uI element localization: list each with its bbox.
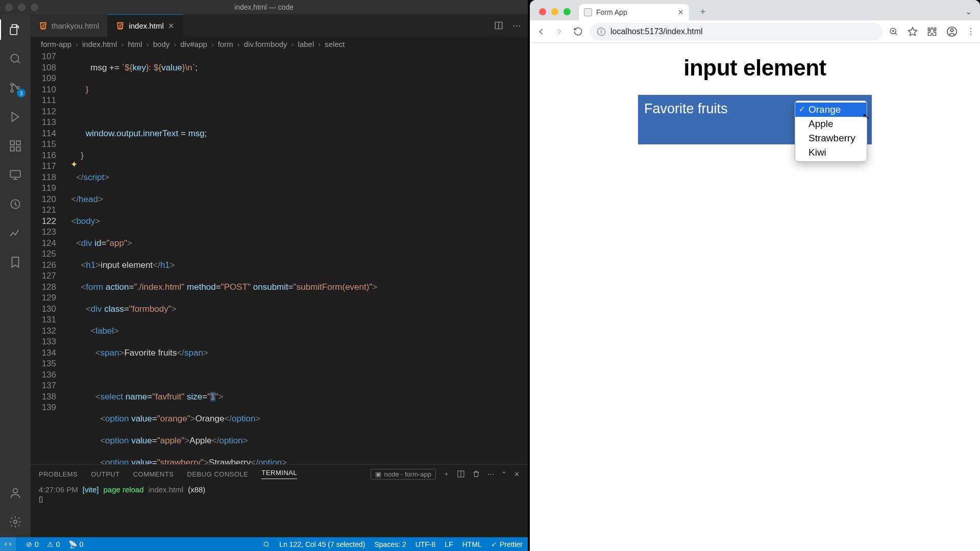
minimize-dot-icon[interactable] [18, 4, 26, 11]
address-bar[interactable]: i localhost:5173/index.html [590, 23, 883, 40]
explorer-icon[interactable] [7, 21, 23, 38]
accounts-icon[interactable] [7, 485, 23, 501]
new-terminal-icon[interactable]: ＋ [443, 469, 450, 479]
activity-bar: 3 [0, 14, 31, 537]
status-prettier[interactable]: ✓ Prettier [491, 540, 523, 548]
breadcrumb-item[interactable]: div.formbody [244, 40, 287, 48]
breadcrumb-item[interactable]: div#app [180, 40, 207, 48]
split-terminal-icon[interactable] [457, 470, 465, 478]
compare-icon[interactable] [494, 21, 503, 30]
settings-gear-icon[interactable] [7, 514, 23, 530]
breadcrumb-item[interactable]: form-app [41, 40, 71, 48]
profile-avatar-icon[interactable] [946, 26, 958, 37]
panel-tab-output[interactable]: OUTPUT [91, 470, 119, 478]
more-icon[interactable]: ⋯ [487, 470, 494, 478]
maximize-panel-icon[interactable]: ⌃ [501, 470, 507, 478]
status-spaces[interactable]: Spaces: 2 [374, 540, 406, 548]
form-label: Favorite fruits [644, 101, 728, 116]
breadcrumb-item[interactable]: form [218, 40, 233, 48]
remote-icon[interactable] [7, 167, 23, 183]
close-panel-icon[interactable]: ✕ [514, 470, 520, 478]
status-encoding[interactable]: UTF-8 [415, 540, 436, 548]
form-body: Favorite fruits Orange Apple Strawberry … [638, 95, 872, 144]
status-warnings[interactable]: ⚠ 0 [47, 540, 60, 548]
code-editor[interactable]: ✦ 10710810911011111211311411511611711811… [31, 51, 528, 464]
site-info-icon[interactable]: i [597, 28, 605, 36]
vscode-traffic-lights[interactable] [5, 4, 38, 11]
more-icon[interactable]: ⋯ [512, 21, 521, 31]
svg-point-15 [264, 542, 268, 546]
source-control-icon[interactable]: 3 [7, 80, 23, 96]
close-icon[interactable]: ✕ [678, 8, 684, 16]
back-button[interactable] [535, 26, 547, 38]
dropdown-option-orange[interactable]: Orange [795, 103, 867, 117]
close-icon[interactable]: ✕ [168, 21, 175, 31]
html-file-icon [116, 21, 125, 30]
svg-point-18 [950, 29, 953, 32]
dropdown-option-apple[interactable]: Apple [795, 117, 867, 131]
svg-point-2 [11, 83, 13, 86]
breadcrumb-item[interactable]: index.html [82, 40, 117, 48]
tab-thankyou[interactable]: thankyou.html [31, 14, 108, 37]
line-gutter: 1071081091101111121131141151161171181191… [31, 51, 66, 464]
status-ports[interactable]: 📡 0 [68, 540, 84, 548]
bookmark-star-icon[interactable] [908, 27, 918, 37]
close-dot-icon[interactable] [539, 8, 546, 15]
maximize-dot-icon[interactable] [31, 4, 38, 11]
panel-tab-problems[interactable]: PROBLEMS [39, 470, 78, 478]
code-content[interactable]: msg += `${key}: ${value}\n`; } window.ou… [66, 51, 528, 464]
favicon-icon [584, 8, 592, 16]
bookmark-icon[interactable] [7, 254, 23, 270]
forward-button[interactable] [553, 26, 566, 38]
extensions-puzzle-icon[interactable] [927, 27, 937, 37]
scm-badge: 3 [17, 89, 26, 97]
breadcrumb-item[interactable]: label [298, 40, 314, 48]
svg-point-4 [17, 87, 19, 89]
graph-icon[interactable] [7, 225, 23, 241]
chrome-top: Form App ✕ ＋ ⌄ i localhost:5173/index.ht… [530, 0, 980, 43]
browser-tab[interactable]: Form App ✕ [579, 4, 689, 20]
reload-button[interactable] [572, 26, 584, 38]
status-language[interactable]: HTML [462, 540, 482, 548]
page-heading: input element [540, 55, 970, 81]
terminal-cursor: ▯ [39, 494, 520, 504]
trash-icon[interactable] [472, 470, 480, 478]
search-icon[interactable] [7, 51, 23, 67]
zoom-icon[interactable] [889, 27, 898, 36]
select-dropdown[interactable]: Orange Apple Strawberry Kiwi ↖ [795, 101, 867, 162]
chevron-down-icon[interactable]: ⌄ [957, 7, 980, 20]
panel-tab-comments[interactable]: COMMENTS [133, 470, 174, 478]
new-tab-button[interactable]: ＋ [693, 5, 713, 20]
svg-point-12 [14, 520, 17, 524]
breadcrumb-item[interactable]: html [128, 40, 142, 48]
status-errors[interactable]: ⊘ 0 [26, 540, 39, 548]
timeline-icon[interactable] [7, 196, 23, 212]
maximize-dot-icon[interactable] [564, 8, 571, 15]
panel-tab-debug[interactable]: DEBUG CONSOLE [187, 470, 249, 478]
toolbar-actions: ⋮ [889, 26, 975, 37]
vscode-body: 3 [0, 14, 528, 537]
status-eol[interactable]: LF [445, 540, 453, 548]
status-cursor[interactable]: Ln 122, Col 45 (7 selected) [279, 540, 365, 548]
terminal-content[interactable]: 4:27:06 PM [vite] page reload index.html… [31, 483, 528, 537]
cursor-icon: ↖ [862, 111, 870, 122]
dropdown-option-strawberry[interactable]: Strawberry [795, 131, 867, 145]
dropdown-option-kiwi[interactable]: Kiwi [795, 145, 867, 160]
extensions-icon[interactable] [7, 138, 23, 154]
breadcrumb[interactable]: form-app› index.html› html› body› div#ap… [31, 37, 528, 51]
run-debug-icon[interactable] [7, 109, 23, 125]
html-file-icon [39, 21, 47, 30]
panel-tab-terminal[interactable]: TERMINAL [261, 469, 297, 479]
chrome-traffic-lights[interactable] [536, 8, 575, 20]
remote-indicator-icon[interactable] [0, 537, 16, 551]
search-status-icon[interactable] [263, 541, 270, 548]
breadcrumb-item[interactable]: select [325, 40, 345, 48]
terminal-launch-profile[interactable]: ▣ node - form-app [371, 469, 436, 480]
minimize-dot-icon[interactable] [551, 8, 558, 15]
kebab-menu-icon[interactable]: ⋮ [967, 27, 975, 36]
svg-rect-9 [10, 170, 20, 177]
breadcrumb-item[interactable]: body [153, 40, 170, 48]
tab-index[interactable]: index.html ✕ [108, 14, 183, 37]
launch-label: node - form-app [384, 470, 432, 478]
close-dot-icon[interactable] [5, 4, 13, 11]
